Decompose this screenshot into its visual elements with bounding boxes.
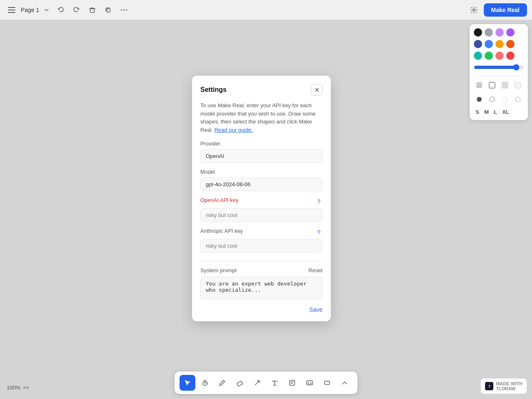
save-button[interactable]: Save [309, 306, 323, 313]
fill-outline[interactable] [487, 80, 498, 91]
divider-2 [200, 261, 323, 261]
tldraw-logo-icon: t [485, 382, 493, 390]
svg-rect-1 [8, 10, 15, 10]
dialog-header: Settings ✕ [200, 84, 323, 96]
size-m[interactable]: M [483, 108, 490, 116]
embed-tool[interactable] [302, 375, 318, 391]
openai-key-label: OpenAI API key [200, 197, 239, 203]
rectangle-tool[interactable] [319, 375, 335, 391]
color-amber[interactable] [495, 40, 504, 48]
svg-rect-10 [489, 82, 495, 88]
page-name: Page 1 [21, 7, 39, 13]
model-value: gpt-4o-2024-08-06 [200, 177, 323, 191]
reset-button[interactable]: Reset [308, 267, 323, 273]
svg-rect-9 [476, 82, 482, 88]
color-green[interactable] [485, 52, 493, 60]
color-row-3 [474, 52, 524, 60]
svg-point-17 [490, 97, 495, 102]
border-solid-circle[interactable] [474, 94, 485, 105]
note-tool[interactable] [284, 375, 300, 391]
system-prompt-row: System prompt Reset [200, 267, 323, 273]
make-real-button[interactable]: Make Real [484, 3, 527, 17]
color-teal[interactable] [474, 52, 482, 60]
close-dialog-button[interactable]: ✕ [311, 84, 323, 96]
color-row-1 [474, 28, 524, 37]
anthropic-key-row: Anthropic API key ? [200, 228, 323, 236]
svg-point-18 [502, 97, 507, 102]
color-pink[interactable] [495, 52, 504, 60]
guide-link[interactable]: Read our guide. [214, 127, 253, 133]
made-with-badge: t MADE WITH TLDRAW [480, 378, 527, 394]
color-blue[interactable] [485, 40, 493, 48]
select-tool[interactable] [180, 375, 195, 391]
divider-1 [474, 76, 524, 76]
model-label: Model [200, 169, 323, 175]
color-row-2 [474, 40, 524, 48]
openai-help-icon[interactable]: ? [315, 198, 323, 205]
svg-point-6 [123, 9, 125, 10]
opacity-slider-row [474, 63, 524, 73]
system-prompt-label: System prompt [200, 267, 236, 273]
dialog-title: Settings [200, 86, 227, 94]
border-dotted-circle[interactable] [500, 94, 510, 105]
right-panel: S M L XL [470, 24, 528, 120]
anthropic-help-icon[interactable]: ? [315, 229, 323, 236]
svg-point-16 [477, 97, 482, 102]
color-red[interactable] [506, 52, 515, 60]
color-black[interactable] [474, 28, 482, 37]
pencil-tool[interactable] [214, 375, 230, 391]
svg-point-8 [473, 9, 475, 11]
color-orange[interactable] [506, 40, 515, 48]
border-none-circle[interactable] [512, 94, 523, 105]
border-dashed-circle[interactable] [487, 94, 498, 105]
text-tool[interactable] [267, 375, 283, 391]
svg-rect-23 [325, 381, 330, 384]
fill-semi[interactable] [500, 80, 510, 91]
menu-button[interactable] [5, 3, 18, 17]
made-with-text: MADE WITH TLDRAW [496, 381, 522, 391]
anthropic-key-input[interactable] [200, 239, 323, 253]
svg-rect-4 [107, 9, 110, 12]
save-row: Save [200, 306, 323, 313]
opacity-slider[interactable] [474, 64, 524, 71]
more-button[interactable] [117, 3, 131, 17]
duplicate-button[interactable] [101, 3, 115, 17]
openai-key-input[interactable] [200, 208, 323, 222]
svg-rect-2 [8, 12, 15, 13]
color-purple[interactable] [506, 28, 515, 37]
zoom-level: 100% [7, 384, 20, 391]
svg-point-19 [515, 97, 520, 102]
size-row: S M L XL [474, 108, 524, 116]
eraser-tool[interactable] [232, 375, 248, 391]
color-gray[interactable] [485, 28, 493, 37]
system-prompt-textarea[interactable]: You are an expert web developer who spec… [200, 277, 323, 299]
openai-key-row: OpenAI API key ? [200, 197, 323, 206]
size-xl[interactable]: XL [500, 108, 511, 116]
svg-rect-3 [90, 9, 94, 12]
anthropic-key-label: Anthropic API key [200, 228, 243, 234]
fill-solid[interactable] [474, 80, 485, 91]
more-tools-button[interactable] [337, 375, 352, 391]
delete-button[interactable] [86, 3, 99, 17]
size-l[interactable]: L [492, 108, 499, 116]
color-navy[interactable] [474, 40, 482, 48]
svg-point-7 [126, 9, 127, 10]
size-s[interactable]: S [474, 108, 481, 116]
hand-tool[interactable] [197, 375, 213, 391]
svg-rect-20 [237, 381, 243, 387]
svg-rect-11 [502, 82, 508, 88]
svg-rect-21 [290, 380, 295, 385]
zoom-expand-icon[interactable]: >> [23, 384, 29, 391]
redo-button[interactable] [70, 3, 83, 17]
fill-style-row [474, 80, 524, 91]
color-violet[interactable] [495, 28, 504, 37]
undo-button[interactable] [54, 3, 67, 17]
svg-rect-0 [8, 7, 15, 8]
arrow-tool[interactable] [249, 375, 265, 391]
dialog-description: To use Make Real, enter your API key for… [200, 101, 323, 134]
provider-value: OpenAI [200, 149, 323, 163]
zoom-indicator: 100% >> [7, 384, 29, 391]
settings-button[interactable] [467, 3, 480, 17]
page-chevron[interactable] [42, 5, 52, 15]
fill-pattern[interactable] [512, 80, 523, 91]
